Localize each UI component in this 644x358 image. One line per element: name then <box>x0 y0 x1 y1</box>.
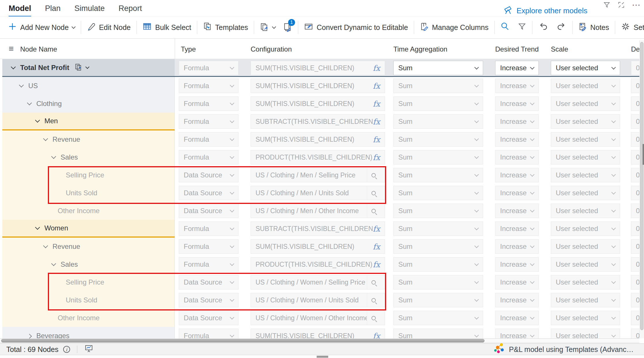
time-aggregation-select[interactable]: Sum <box>393 186 483 200</box>
tree-node-beverages[interactable]: Beverages <box>2 327 175 338</box>
configuration-field[interactable]: SUM(THIS.VISIBLE_CHILDREN)fx <box>251 61 385 75</box>
desired-trend-select[interactable]: Increase <box>495 329 539 338</box>
time-aggregation-select[interactable]: Sum <box>393 204 483 218</box>
time-aggregation-select[interactable]: Sum <box>393 168 483 182</box>
explore-other-models-link[interactable]: Explore other models <box>503 5 587 16</box>
expand-chevron-icon[interactable] <box>27 334 32 338</box>
type-select[interactable]: Formula <box>179 96 239 111</box>
chevron-down-icon[interactable] <box>85 65 89 69</box>
scale-select[interactable]: User selected <box>551 329 620 338</box>
desired-trend-select[interactable]: Increase <box>495 221 539 236</box>
tree-node-total-net-profit[interactable]: Total Net Profit <box>2 59 175 76</box>
add-new-node-button[interactable]: Add New Node <box>8 22 75 33</box>
tab-model[interactable]: Model <box>9 4 31 17</box>
tree-node-revenue[interactable]: Revenue <box>2 130 175 148</box>
scale-select[interactable]: User selected <box>551 257 620 272</box>
type-select[interactable]: Formula <box>179 329 239 338</box>
time-aggregation-select[interactable]: Sum <box>393 329 483 338</box>
desired-trend-select[interactable]: Increase <box>495 168 539 182</box>
scale-select[interactable]: User selected <box>551 293 620 307</box>
data-source-search-button[interactable] <box>367 311 380 325</box>
tree-node-sales[interactable]: Sales <box>2 255 175 273</box>
type-select[interactable]: Formula <box>179 150 239 164</box>
desired-trend-select[interactable]: Increase <box>495 96 539 111</box>
expand-window-icon[interactable] <box>617 1 625 9</box>
scale-select[interactable]: User selected <box>551 61 620 75</box>
filter-window-icon[interactable] <box>603 1 611 9</box>
tree-node-sales[interactable]: Sales <box>2 148 175 166</box>
scale-select[interactable]: User selected <box>551 79 620 93</box>
desired-trend-select[interactable]: Increase <box>495 79 539 93</box>
time-aggregation-select[interactable]: Sum <box>393 96 483 111</box>
menu-icon[interactable]: ≡ <box>9 44 14 54</box>
horizontal-scrollbar[interactable] <box>0 338 639 343</box>
collapse-chevron-icon[interactable] <box>35 118 40 123</box>
convert-dynamic-button[interactable]: Convert Dynamic to Editable <box>304 22 408 33</box>
page-horizontal-scrollbar[interactable] <box>0 355 644 358</box>
tree-node-revenue[interactable]: Revenue <box>2 238 175 255</box>
undo-button[interactable] <box>538 22 548 33</box>
time-aggregation-select[interactable]: Sum <box>393 132 483 147</box>
page-horizontal-scrollbar-thumb[interactable] <box>317 356 328 358</box>
tree-node-clothing[interactable]: Clothing <box>2 95 175 113</box>
horizontal-scrollbar-thumb[interactable] <box>1 339 485 342</box>
desired-trend-select[interactable]: Increase <box>495 275 539 289</box>
collapse-chevron-icon[interactable] <box>43 136 48 141</box>
formula-fx-icon[interactable]: fx <box>373 64 380 73</box>
configuration-field[interactable]: US / Clothing / Women / Other Income <box>251 311 385 325</box>
search-button[interactable] <box>500 22 510 33</box>
more-options-icon[interactable]: ⋯ <box>632 1 641 9</box>
type-select[interactable]: Formula <box>179 61 239 75</box>
node-template-menu[interactable] <box>74 63 89 72</box>
type-select[interactable]: Data Source <box>179 311 239 325</box>
type-select[interactable]: Formula <box>179 239 239 254</box>
tab-report[interactable]: Report <box>119 4 142 17</box>
desired-trend-select[interactable]: Increase <box>495 61 539 75</box>
scale-select[interactable]: User selected <box>551 114 620 129</box>
scale-select[interactable]: User selected <box>551 275 620 289</box>
formula-fx-icon[interactable]: fx <box>373 117 380 126</box>
data-source-search-button[interactable] <box>367 204 380 218</box>
templates-button[interactable]: Templates <box>203 22 248 33</box>
time-aggregation-select[interactable]: Sum <box>393 61 483 75</box>
redo-button[interactable] <box>557 22 566 33</box>
manage-columns-button[interactable]: Manage Columns <box>420 22 489 33</box>
configuration-field[interactable]: US / Clothing / Men / Other Income <box>251 204 385 218</box>
formula-fx-icon[interactable]: fx <box>373 99 380 108</box>
filter-button[interactable] <box>518 22 526 33</box>
info-icon[interactable]: i <box>63 346 70 353</box>
configuration-field[interactable]: SUM(THIS.VISIBLE_CHILDREN)fx <box>251 329 385 338</box>
collapse-chevron-icon[interactable] <box>27 101 32 105</box>
scale-select[interactable]: User selected <box>551 239 620 254</box>
configuration-field[interactable]: PRODUCT(THIS.VISIBLE_CHILDREN)fx <box>251 150 385 164</box>
time-aggregation-select[interactable]: Sum <box>393 150 483 164</box>
edit-node-button[interactable]: Edit Node <box>87 22 131 33</box>
formula-fx-icon[interactable]: fx <box>373 260 380 269</box>
time-aggregation-select[interactable]: Sum <box>393 293 483 307</box>
page-vertical-scrollbar-thumb[interactable] <box>643 144 644 165</box>
tree-node-women[interactable]: Women <box>2 220 175 238</box>
time-aggregation-select[interactable]: Sum <box>393 311 483 325</box>
type-select[interactable]: Formula <box>179 114 239 129</box>
tree-node-other-income[interactable]: Other Income <box>2 202 175 220</box>
formula-fx-icon[interactable]: fx <box>373 135 380 144</box>
type-select[interactable]: Formula <box>179 79 239 93</box>
scale-select[interactable]: User selected <box>551 96 620 111</box>
tab-simulate[interactable]: Simulate <box>74 4 105 17</box>
time-aggregation-select[interactable]: Sum <box>393 239 483 254</box>
configuration-field[interactable]: SUBTRACT(THIS.VISIBLE_CHILDREN)fx <box>251 221 385 236</box>
time-aggregation-select[interactable]: Sum <box>393 275 483 289</box>
tab-plan[interactable]: Plan <box>45 4 61 17</box>
tree-node-men[interactable]: Men <box>2 113 175 130</box>
time-aggregation-select[interactable]: Sum <box>393 114 483 129</box>
scale-select[interactable]: User selected <box>551 132 620 147</box>
collapse-chevron-icon[interactable] <box>43 243 48 248</box>
type-select[interactable]: Formula <box>179 132 239 147</box>
formula-fx-icon[interactable]: fx <box>373 153 380 162</box>
collapse-chevron-icon[interactable] <box>11 64 16 69</box>
desired-trend-select[interactable]: Increase <box>495 257 539 272</box>
collapse-chevron-icon[interactable] <box>35 225 40 230</box>
scale-select[interactable]: User selected <box>551 204 620 218</box>
type-select[interactable]: Formula <box>179 257 239 272</box>
desired-trend-select[interactable]: Increase <box>495 186 539 200</box>
